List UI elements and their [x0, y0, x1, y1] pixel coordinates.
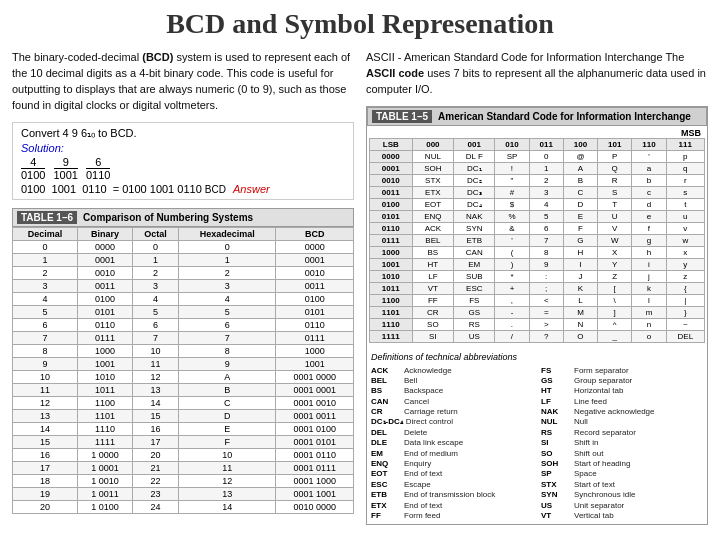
abbrev-code: BS [371, 386, 401, 396]
abbrev-row: GSGroup separator [541, 376, 703, 386]
table-15-inner: MSB LSB 000 001 010 011 100 101 [367, 126, 707, 345]
abbrev-code: FF [371, 511, 401, 521]
abbrev-desc: Null [574, 417, 588, 427]
abbrev-code: SOH [541, 459, 571, 469]
ascii-col-101: 101 [598, 138, 632, 150]
bcd-bold: (BCD) [142, 51, 173, 63]
abbrev-desc: End of transmission block [404, 490, 495, 500]
col-decimal: Decimal [13, 227, 78, 240]
abbrev-grid: ACKAcknowledgeFSForm separatorBELBellGSG… [371, 366, 703, 522]
table-row: 191 001123130001 1001 [13, 487, 354, 500]
abbrev-desc: Space [574, 469, 597, 479]
bcd-result-line: 0100 1001 0110 = 0100 1001 0110 BCD Answ… [21, 183, 345, 195]
table-row: 171 000121110001 0111 [13, 461, 354, 474]
abbreviations-section: Definitions of technical abbreviations A… [367, 349, 707, 525]
abbrev-code: NAK [541, 407, 571, 417]
table-row: 201 010024140010 0000 [13, 500, 354, 513]
answer-label: Answer [233, 183, 270, 195]
abbrev-desc: Carriage return [404, 407, 458, 417]
table-row: 0100EOTDC₄$4DTdt [370, 198, 705, 210]
math-row: 4 0100 9 1001 6 0110 [21, 156, 345, 181]
convert-problem: Convert 4 9 6₁₀ to BCD. [21, 127, 345, 140]
ascii-bold: ASCII code [366, 67, 424, 79]
ascii-col-010: 010 [495, 138, 529, 150]
abbrev-row: STXStart of text [541, 480, 703, 490]
abbrev-desc: Cancel [404, 397, 429, 407]
abbrev-code: SP [541, 469, 571, 479]
abbrev-code: HT [541, 386, 571, 396]
abbrev-desc: End of text [404, 469, 442, 479]
ascii-col-000: 000 [412, 138, 454, 150]
abbrev-desc: Start of text [574, 480, 615, 490]
abbrev-row: SIShift in [541, 438, 703, 448]
ascii-col-111: 111 [666, 138, 704, 150]
abbrev-desc: Form feed [404, 511, 440, 521]
convert-example: Convert 4 9 6₁₀ to BCD. Solution: 4 0100… [12, 122, 354, 200]
abbrev-row: DELDelete [371, 428, 533, 438]
abbrev-row: ESCEscape [371, 480, 533, 490]
digit-9: 9 1001 [53, 156, 77, 181]
table-row: 30011330011 [13, 279, 354, 292]
abbrev-code: RS [541, 428, 571, 438]
abbrev-code: SO [541, 449, 571, 459]
col-bcd: BCD [276, 227, 354, 240]
msb-label: MSB [369, 128, 705, 138]
table-row: 14111016E0001 0100 [13, 422, 354, 435]
abbrev-desc: Unit separator [574, 501, 624, 511]
abbrev-code: ETX [371, 501, 401, 511]
table-row: 15111117F0001 0101 [13, 435, 354, 448]
abbrev-row: DLEData link escape [371, 438, 533, 448]
abbrev-row: BELBell [371, 376, 533, 386]
abbrev-code: DLE [371, 438, 401, 448]
abbrev-row: BSBackspace [371, 386, 533, 396]
abbrev-desc: Group separator [574, 376, 632, 386]
abbrev-row: NULNull [541, 417, 703, 427]
abbrev-row: DC₁-DC₄Direct control [371, 417, 533, 427]
ascii-col-011: 011 [529, 138, 563, 150]
table-row: 0001SOHDC₁!1AQaq [370, 162, 705, 174]
content-row: The binary-coded-decimal (BCD) system is… [12, 50, 708, 525]
table-row: 910011191001 [13, 357, 354, 370]
abbrev-desc: Negative acknowledge [574, 407, 655, 417]
abbrev-code: CR [371, 407, 401, 417]
table-row: 0110ACKSYN&6FVfv [370, 222, 705, 234]
abbrev-row: HTHorizontal tab [541, 386, 703, 396]
table-16-num: TABLE 1–6 [17, 211, 77, 224]
table-row: 13110115D0001 0011 [13, 409, 354, 422]
intro-text: The binary-coded-decimal (BCD) system is… [12, 50, 354, 114]
abbrev-row: SPSpace [541, 469, 703, 479]
table-row: 0111BELETB'7GWgw [370, 234, 705, 246]
abbrev-code: GS [541, 376, 571, 386]
abbrev-code: FS [541, 366, 571, 376]
abbrev-code: ACK [371, 366, 401, 376]
table-row: 810001081000 [13, 344, 354, 357]
table-15-title-bar: TABLE 1–5 American Standard Code for Inf… [367, 107, 707, 126]
abbrev-code: DEL [371, 428, 401, 438]
ascii-col-100: 100 [563, 138, 597, 150]
table-row: 1111SIUS/?O_oDEL [370, 330, 705, 342]
abbrev-desc: Synchronous idle [574, 490, 635, 500]
abbrev-desc: Form separator [574, 366, 629, 376]
abbrev-row: USUnit separator [541, 501, 703, 511]
abbrev-desc: Start of heading [574, 459, 630, 469]
abbrev-code: US [541, 501, 571, 511]
abbrev-code: EOT [371, 469, 401, 479]
page-title: BCD and Symbol Represenation [12, 8, 708, 40]
abbrev-code: DC₁-DC₄ [371, 417, 403, 427]
abbrev-desc: Line feed [574, 397, 607, 407]
table-row: 60110660110 [13, 318, 354, 331]
table-row: 1010LFSUB*:JZjz [370, 270, 705, 282]
abbrev-desc: Enquiry [404, 459, 431, 469]
table-row: 1001HTEM)9IYiy [370, 258, 705, 270]
digit-6: 6 0110 [86, 156, 110, 181]
abbrev-code: VT [541, 511, 571, 521]
table-row: 11101113B0001 0001 [13, 383, 354, 396]
abbrev-code: BEL [371, 376, 401, 386]
abbrev-row: ENQEnquiry [371, 459, 533, 469]
table-row: 0101ENQNAK%5EUeu [370, 210, 705, 222]
abbrev-desc: Bell [404, 376, 417, 386]
table-row: 0010STXDC₂"2BRbr [370, 174, 705, 186]
abbrev-title: Definitions of technical abbreviations [371, 352, 703, 364]
ascii-col-001: 001 [454, 138, 495, 150]
table-15-container: TABLE 1–5 American Standard Code for Inf… [366, 106, 708, 526]
